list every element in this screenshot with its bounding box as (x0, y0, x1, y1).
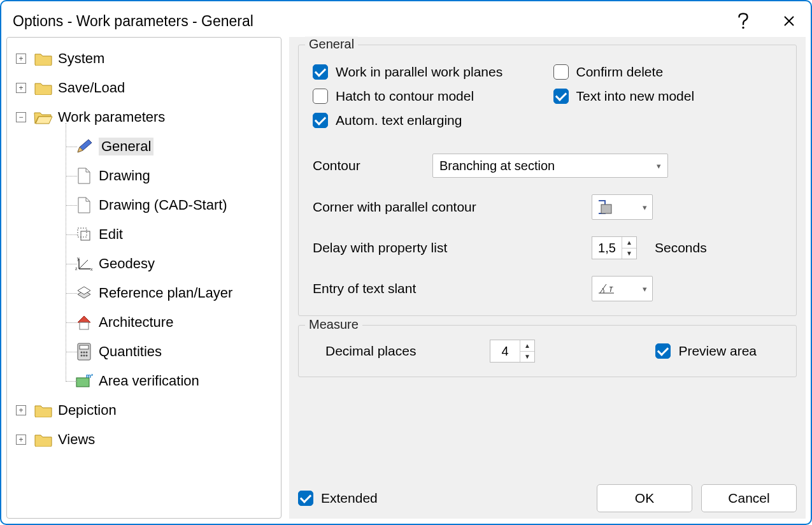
svg-text:T: T (609, 286, 613, 293)
group-title: General (305, 37, 358, 52)
spinner-up[interactable]: ▲ (520, 340, 534, 352)
tree-label: Area verification (99, 373, 199, 389)
tree-item-geodesy[interactable]: zxy Geodesy (11, 249, 277, 278)
tree-label: Drawing (99, 168, 150, 184)
options-dialog: Options - Work parameters - General + (0, 0, 812, 525)
help-button[interactable] (729, 8, 757, 34)
geodesy-icon: zxy (75, 255, 94, 272)
close-button[interactable] (775, 8, 803, 34)
general-group: General Work in parallel work planes Con… (298, 45, 797, 316)
svg-rect-15 (76, 378, 89, 387)
edit-icon (75, 226, 94, 243)
tree-item-drawing-cad[interactable]: Drawing (CAD-Start) (11, 191, 277, 220)
contour-label: Contour (313, 158, 421, 173)
checkbox-label: Hatch to contour model (336, 89, 474, 104)
tree-item-areaverif[interactable]: m² Area verification (11, 366, 277, 396)
tree-item-edit[interactable]: Edit (11, 220, 277, 249)
cancel-button[interactable]: Cancel (701, 484, 797, 512)
nav-tree: + System + Save/Load (6, 37, 281, 519)
checkbox-icon (313, 64, 328, 80)
tree-item-refplan[interactable]: Reference plan/Layer (11, 278, 277, 308)
tree-label: System (58, 50, 104, 67)
delay-spinner[interactable]: ▲ ▼ (592, 236, 637, 259)
expander-icon[interactable]: + (16, 83, 26, 93)
svg-text:m²: m² (86, 373, 93, 379)
tree-item-depiction[interactable]: + Depiction (11, 396, 277, 425)
expander-icon[interactable]: + (16, 54, 26, 64)
svg-rect-17 (601, 205, 611, 213)
tree-label: Quantities (99, 343, 162, 360)
tree-item-quantities[interactable]: Quantities (11, 337, 277, 366)
dialog-footer: Extended OK Cancel (298, 478, 797, 512)
ok-button[interactable]: OK (597, 484, 692, 512)
spinner-up[interactable]: ▲ (622, 237, 636, 248)
group-title: Measure (305, 317, 362, 332)
corner-glyph-icon (597, 199, 614, 215)
svg-point-13 (83, 355, 85, 357)
tree-item-workparams[interactable]: − Work parameters (11, 103, 277, 132)
tree-item-saveload[interactable]: + Save/Load (11, 73, 277, 103)
tree-item-views[interactable]: + Views (11, 425, 277, 454)
tree-label: Depiction (58, 402, 117, 419)
tree-label: Drawing (CAD-Start) (99, 197, 227, 213)
expander-icon[interactable]: − (16, 112, 26, 122)
measure-group: Measure Decimal places ▲ ▼ Preview area (298, 325, 797, 377)
checkbox-label: Work in parallel work planes (336, 64, 502, 80)
checkbox-text-new-model[interactable]: Text into new model (553, 89, 695, 104)
layers-icon (75, 285, 94, 301)
svg-rect-8 (80, 345, 89, 349)
tree-label: Views (58, 431, 95, 448)
spinner-down[interactable]: ▼ (622, 248, 636, 259)
folder-icon (34, 80, 53, 96)
house-icon (75, 314, 94, 331)
corner-combo[interactable]: ▾ (592, 194, 653, 220)
tree-label: General (99, 138, 153, 155)
svg-text:z: z (75, 266, 78, 271)
button-label: Cancel (728, 491, 769, 506)
content-pane: General Work in parallel work planes Con… (289, 37, 806, 519)
svg-point-11 (86, 352, 88, 354)
svg-rect-6 (80, 322, 89, 329)
decimal-spinner[interactable]: ▲ ▼ (490, 340, 535, 363)
pencil-icon (75, 138, 94, 155)
chevron-down-icon: ▾ (643, 284, 647, 294)
checkbox-preview-area[interactable]: Preview area (655, 343, 757, 359)
tree-label: Edit (99, 226, 123, 243)
checkbox-auto-text-enlarge[interactable]: Autom. text enlarging (313, 113, 462, 128)
checkbox-confirm-delete[interactable]: Confirm delete (553, 64, 664, 80)
slant-combo[interactable]: T ▾ (592, 276, 653, 301)
checkbox-label: Autom. text enlarging (336, 113, 462, 128)
checkbox-label: Confirm delete (576, 64, 664, 80)
spinner-down[interactable]: ▼ (520, 352, 534, 363)
folder-open-icon (34, 109, 53, 126)
window-title: Options - Work parameters - General (13, 13, 729, 30)
tree-item-general[interactable]: General (11, 132, 277, 161)
expander-icon[interactable]: + (16, 435, 26, 445)
titlebar: Options - Work parameters - General (1, 1, 811, 37)
checkbox-icon (313, 113, 328, 128)
tree-item-drawing[interactable]: Drawing (11, 161, 277, 191)
tree-item-system[interactable]: + System (11, 44, 277, 73)
combo-value: Branching at section (439, 159, 555, 173)
expander-icon[interactable]: + (16, 405, 26, 415)
checkbox-icon (313, 89, 328, 104)
tree-item-architecture[interactable]: Architecture (11, 308, 277, 337)
tree-label: Work parameters (58, 109, 165, 126)
checkbox-work-parallel[interactable]: Work in parallel work planes (313, 64, 502, 80)
delay-input[interactable] (592, 237, 622, 259)
svg-text:x: x (90, 267, 93, 271)
checkbox-hatch-contour[interactable]: Hatch to contour model (313, 89, 474, 104)
delay-unit: Seconds (655, 240, 707, 255)
svg-point-9 (81, 352, 83, 354)
checkbox-icon (553, 89, 569, 104)
checkbox-extended[interactable]: Extended (298, 491, 378, 506)
decimal-input[interactable] (490, 340, 520, 362)
contour-combo[interactable]: Branching at section ▾ (432, 154, 668, 178)
chevron-down-icon: ▾ (657, 161, 661, 171)
checkbox-label: Preview area (678, 343, 757, 359)
area-icon: m² (75, 373, 94, 389)
folder-icon (34, 402, 53, 419)
decimal-label: Decimal places (313, 343, 478, 359)
help-icon (737, 13, 749, 29)
checkbox-icon (655, 343, 671, 359)
